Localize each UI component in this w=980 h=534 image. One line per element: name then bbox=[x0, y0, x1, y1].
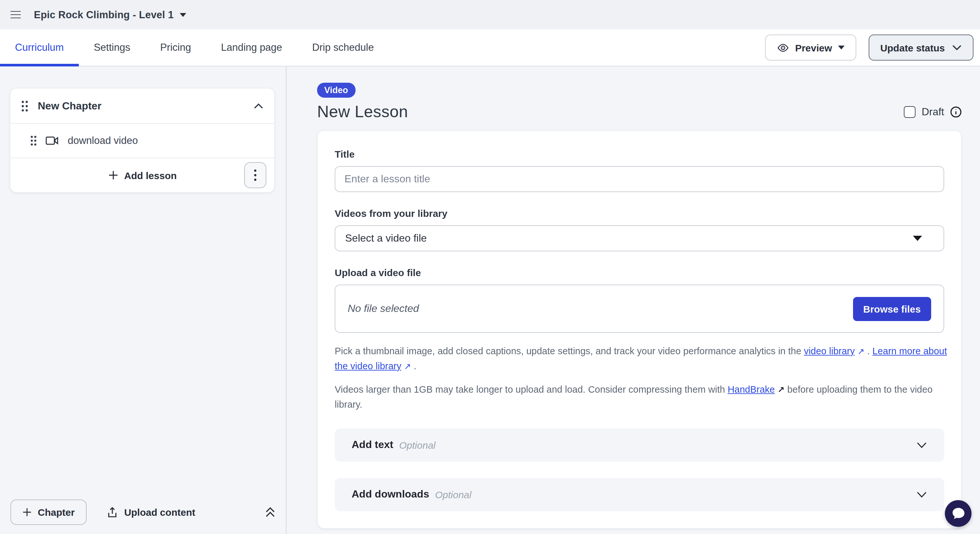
add-text-label: Add text bbox=[352, 439, 393, 451]
collapse-all-icon[interactable] bbox=[265, 507, 275, 518]
external-link-icon: ↗ bbox=[858, 345, 865, 359]
chapter-header-row[interactable]: New Chapter bbox=[10, 89, 274, 123]
add-chapter-button[interactable]: Chapter bbox=[10, 499, 86, 525]
lesson-editor: Video New Lesson Draft Tit bbox=[286, 67, 980, 534]
drag-handle-icon[interactable] bbox=[30, 135, 37, 146]
select-caret-icon bbox=[913, 236, 922, 241]
add-downloads-label: Add downloads bbox=[352, 488, 429, 500]
add-downloads-section[interactable]: Add downloads Optional bbox=[335, 478, 944, 511]
page-title: New Lesson bbox=[317, 102, 408, 121]
video-camera-icon bbox=[46, 136, 59, 145]
chevron-down-icon[interactable] bbox=[916, 441, 927, 448]
video-library-select[interactable]: Select a video file bbox=[335, 225, 944, 251]
external-link-icon: ↗ bbox=[404, 360, 411, 373]
preview-caret-icon bbox=[838, 46, 845, 49]
external-link-icon: ↗ bbox=[778, 383, 785, 397]
update-status-label: Update status bbox=[880, 42, 945, 53]
plus-icon bbox=[108, 170, 118, 180]
lesson-form-card: Title Videos from your library Select a … bbox=[317, 130, 962, 528]
lesson-title-input[interactable] bbox=[335, 166, 944, 192]
video-library-link[interactable]: video library bbox=[804, 346, 855, 356]
update-status-button[interactable]: Update status bbox=[869, 35, 974, 60]
lesson-title: download video bbox=[68, 135, 138, 146]
top-bar: Epic Rock Climbing - Level 1 bbox=[0, 0, 980, 29]
eye-icon bbox=[777, 41, 789, 54]
content-area: New Chapter bbox=[0, 67, 980, 534]
compression-help-text: Videos larger than 1GB may take longer t… bbox=[335, 382, 950, 412]
chat-widget-button[interactable] bbox=[945, 500, 972, 527]
browse-files-button[interactable]: Browse files bbox=[853, 297, 931, 321]
upload-field-label: Upload a video file bbox=[335, 267, 944, 278]
video-library-help-text: Pick a thumbnail image, add closed capti… bbox=[335, 344, 950, 374]
chat-bubble-icon bbox=[951, 507, 965, 520]
header-actions: Preview Update status bbox=[765, 29, 974, 66]
sidebar-footer: Chapter Upload content bbox=[10, 499, 275, 525]
no-file-text: No file selected bbox=[348, 303, 419, 315]
app-window: Epic Rock Climbing - Level 1 Curriculum … bbox=[0, 0, 980, 534]
plus-icon bbox=[22, 507, 32, 517]
tab-landing-page[interactable]: Landing page bbox=[206, 29, 297, 66]
tab-settings[interactable]: Settings bbox=[79, 29, 145, 66]
title-field-label: Title bbox=[335, 148, 944, 159]
hamburger-menu-icon[interactable] bbox=[10, 11, 21, 19]
upload-icon bbox=[107, 506, 118, 518]
library-field-label: Videos from your library bbox=[335, 208, 944, 219]
add-lesson-row[interactable]: Add lesson bbox=[10, 157, 274, 192]
chevron-up-icon[interactable] bbox=[253, 103, 264, 109]
course-title[interactable]: Epic Rock Climbing - Level 1 bbox=[34, 9, 173, 21]
drag-handle-icon[interactable] bbox=[21, 99, 29, 112]
chapter-menu-button[interactable] bbox=[244, 162, 266, 188]
lesson-type-badge: Video bbox=[317, 83, 355, 98]
preview-button[interactable]: Preview bbox=[765, 35, 856, 60]
tab-pricing[interactable]: Pricing bbox=[145, 29, 206, 66]
add-text-section[interactable]: Add text Optional bbox=[335, 428, 944, 461]
file-upload-dropzone[interactable]: No file selected Browse files bbox=[335, 284, 944, 333]
draft-checkbox[interactable] bbox=[904, 106, 916, 118]
handbrake-link[interactable]: HandBrake bbox=[728, 384, 775, 395]
tab-curriculum[interactable]: Curriculum bbox=[0, 29, 79, 66]
optional-hint: Optional bbox=[435, 489, 471, 500]
tab-bar: Curriculum Settings Pricing Landing page… bbox=[0, 29, 980, 67]
lesson-row[interactable]: download video bbox=[10, 123, 274, 157]
upload-content-label: Upload content bbox=[124, 507, 195, 518]
draft-label: Draft bbox=[922, 106, 944, 118]
course-dropdown-caret-icon[interactable] bbox=[180, 13, 186, 17]
preview-label: Preview bbox=[795, 42, 832, 53]
chevron-down-icon bbox=[952, 44, 962, 51]
upload-content-button[interactable]: Upload content bbox=[107, 506, 195, 518]
tab-drip-schedule[interactable]: Drip schedule bbox=[297, 29, 389, 66]
curriculum-sidebar: New Chapter bbox=[0, 67, 286, 534]
add-lesson-label: Add lesson bbox=[124, 170, 177, 181]
add-chapter-label: Chapter bbox=[38, 507, 75, 518]
chevron-down-icon[interactable] bbox=[916, 491, 927, 498]
select-value: Select a video file bbox=[345, 232, 427, 244]
info-icon[interactable] bbox=[950, 106, 962, 118]
draft-toggle-group: Draft bbox=[904, 103, 962, 121]
chapter-title: New Chapter bbox=[38, 100, 102, 112]
lesson-header: Video New Lesson Draft bbox=[317, 83, 962, 121]
chapter-card: New Chapter bbox=[10, 88, 275, 193]
optional-hint: Optional bbox=[399, 439, 436, 450]
